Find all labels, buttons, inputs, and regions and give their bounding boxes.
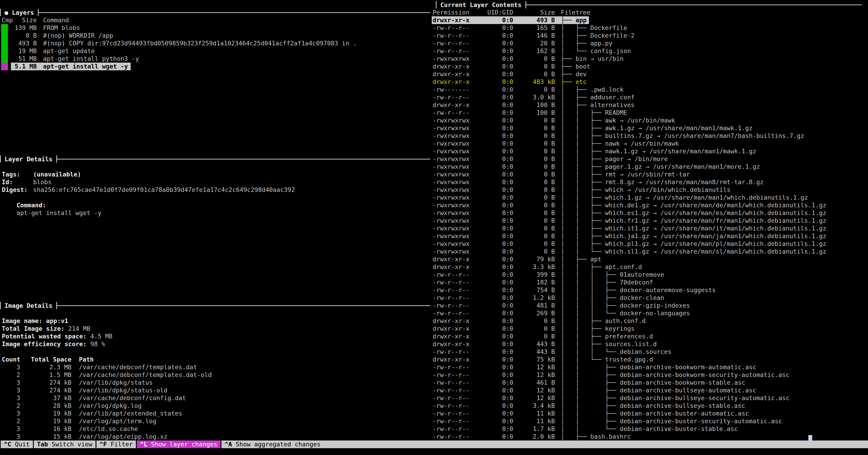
file-size: 3.3 kB — [513, 263, 555, 271]
file-uid-gid: 0:0 — [469, 363, 513, 371]
filetree-row[interactable]: -rwxrwxrwx0:00 B│ │ ├── which.de1.gz → /… — [431, 201, 868, 209]
contents-header-row: Permission UID:GID Size Filetree — [431, 9, 868, 16]
layer-row[interactable]: 493 B#(nop) COPY dir:97cd23d94493fbd0509… — [0, 39, 430, 47]
filetree-row[interactable]: -rwxrwxrwx0:00 B│ │ ├── rmt.8.gz → /usr/… — [431, 178, 868, 186]
filetree-row[interactable]: -rwxrwxrwx0:00 B│ │ ├── which.it1.gz → /… — [431, 225, 868, 232]
filetree-row[interactable]: -rwxrwxrwx0:00 B│ │ ├── which.es1.gz → /… — [431, 209, 868, 217]
wasted-space-row: 337 kB/var/cache/debconf/config.dat — [0, 394, 430, 402]
filetree-row[interactable]: -rwxrwxrwx0:00 B│ │ ├── awk → /usr/bin/m… — [431, 117, 868, 124]
layer-row[interactable]: 19 MBapt-get update — [0, 47, 430, 55]
filetree-row[interactable]: -rw-r--r--0:0269 B│ │ │ └── docker-no-la… — [431, 310, 868, 317]
filetree-row[interactable]: -rw-------0:00 B│ ├── .pwd.lock — [431, 86, 868, 93]
file-size: 0 B — [513, 232, 555, 240]
filetree-row[interactable]: -rwxrwxrwx0:00 B├── bin → usr/bin — [431, 55, 868, 63]
file-size: 1.7 kB — [513, 425, 555, 433]
panel-rule — [526, 4, 862, 5]
file-name: ├── boot — [561, 63, 590, 70]
file-name: │ │ ├── awk → /usr/bin/mawk — [561, 117, 675, 124]
filetree-row[interactable]: -rw-r--r--0:0754 B│ │ │ ├── docker-autor… — [431, 286, 868, 294]
cmp-indicator — [1, 55, 8, 63]
layer-row[interactable]: 0 B#(nop) WORKDIR /app — [0, 32, 430, 39]
filetree-row[interactable]: -rwxrwxrwx0:00 B│ │ ├── nawk.1.gz → /usr… — [431, 148, 868, 155]
file-permission: -rwxrwxrwx — [433, 178, 469, 186]
file-permission: -rwxrwxrwx — [433, 225, 469, 232]
filetree-row[interactable]: -rw-r--r--0:0162 B│ └── config.json — [431, 47, 868, 55]
filetree-row[interactable]: drwxr-xr-x0:00 B├── boot — [431, 63, 868, 70]
file-name: │ │ │ ├── 70debconf — [561, 279, 653, 286]
filetree-row[interactable]: drwxr-xr-x0:03.3 kB│ │ ├── apt.conf.d — [431, 263, 868, 271]
file-permission: drwxr-xr-x — [433, 16, 469, 24]
filetree-row[interactable]: -rwxrwxrwx0:00 B│ │ ├── which → /usr/bin… — [431, 186, 868, 194]
filetree-row[interactable]: drwxr-xr-x0:00 B│ │ ├── keyrings — [431, 325, 868, 332]
file-permission: -rwxrwxrwx — [433, 170, 469, 178]
filetree-row[interactable]: drwxr-xr-x0:0100 B│ ├── alternatives — [431, 101, 868, 109]
filetree-row[interactable]: -rw-r--r--0:0165 B│ ├── Dockerfile — [431, 24, 868, 32]
file-size: 3.0 kB — [513, 93, 555, 101]
file-name: │ │ ├── rmt → /usr/sbin/rmt-tar — [561, 170, 690, 178]
filetree-row[interactable]: -rw-r--r--0:0146 B│ ├── Dockerfile-2 — [431, 32, 868, 39]
filetree-row[interactable]: drwxr-xr-x0:0443 B│ │ ├── sources.list.d — [431, 340, 868, 348]
filetree-row[interactable]: -rw-r--r--0:03.4 kB│ │ ├── debian-archiv… — [431, 402, 868, 410]
filetree-row[interactable]: drwxr-xr-x0:075 kB│ │ └── trusted.gpg.d — [431, 356, 868, 363]
filetree-row[interactable]: drwxr-xr-x0:0483 kB├── etc — [431, 78, 868, 86]
filetree-row[interactable]: drwxr-xr-x0:079 kB│ ├── apt — [431, 255, 868, 263]
file-name: │ │ ├── preferences.d — [561, 332, 653, 340]
filetree-row[interactable]: -rw-r--r--0:0100 B│ │ ├── README — [431, 109, 868, 117]
file-permission: -rwxrwxrwx — [433, 140, 469, 148]
filetree-row[interactable]: drwxr-xr-x0:0493 B├── app — [431, 16, 868, 24]
filetree-row[interactable]: -rw-r--r--0:020 B│ ├── app.py — [431, 39, 868, 47]
statusbar-item[interactable]: ^C Quit — [1, 441, 33, 448]
filetree-row[interactable]: -rw-r--r--0:02.0 kB│ ├── bash.bashrc — [431, 433, 868, 441]
filetree-row[interactable]: -rw-r--r--0:0443 B│ │ │ └── debian.sourc… — [431, 348, 868, 356]
layer-row[interactable]: 51 MBapt-get install python3 -y — [0, 55, 430, 63]
wasted-space-row: 21.5 MB/var/cache/debconf/templates.dat-… — [0, 371, 430, 379]
filetree-row[interactable]: -rw-r--r--0:012 kB│ │ ├── debian-archive… — [431, 394, 868, 402]
filetree-row[interactable]: -rw-r--r--0:0481 B│ │ │ ├── docker-gzip-… — [431, 302, 868, 310]
layer-detail-field: Id:blobs — [0, 178, 430, 186]
layer-row-content: 493 B#(nop) COPY dir:97cd23d94493fbd0509… — [11, 39, 356, 47]
filetree-row[interactable]: -rw-r--r--0:011 kB│ │ ├── debian-archive… — [431, 410, 868, 417]
filetree-row[interactable]: -rw-r--r--0:03.0 kB│ ├── adduser.conf — [431, 93, 868, 101]
filetree-row[interactable]: -rwxrwxrwx0:00 B│ │ ├── builtins.7.gz → … — [431, 132, 868, 140]
statusbar-item[interactable]: ^F Filter — [96, 441, 136, 448]
wasted-count: 2 — [2, 417, 20, 425]
file-size: 0 B — [513, 63, 555, 70]
filetree-row[interactable]: -rwxrwxrwx0:00 B│ │ ├── which.ja1.gz → /… — [431, 232, 868, 240]
layer-row[interactable]: 139 MBFROM blobs — [0, 24, 430, 32]
file-size: 20 B — [513, 39, 555, 47]
filetree-row[interactable]: -rw-r--r--0:012 kB│ │ ├── debian-archive… — [431, 387, 868, 394]
file-name: ├── dev — [561, 70, 587, 78]
cmp-indicator — [1, 39, 8, 47]
col-permission: Permission — [433, 9, 469, 16]
filetree-row[interactable]: -rw-r--r--0:012 kB│ │ ├── debian-archive… — [431, 371, 868, 379]
filetree-row[interactable]: drwxr-xr-x0:00 B│ │ ├── preferences.d — [431, 332, 868, 340]
filetree-row[interactable]: -rw-r--r--0:01.2 kB│ │ │ ├── docker-clea… — [431, 294, 868, 302]
filetree-row[interactable]: -rw-r--r--0:011 kB│ │ ├── debian-archive… — [431, 417, 868, 425]
filetree-row[interactable]: -rwxrwxrwx0:00 B│ │ └── which.sl1.gz → /… — [431, 248, 868, 255]
filetree-row[interactable]: -rwxrwxrwx0:00 B│ │ ├── which.pl1.gz → /… — [431, 240, 868, 248]
filetree-row[interactable]: -rwxrwxrwx0:00 B│ │ ├── which.fr1.gz → /… — [431, 217, 868, 225]
filetree-row[interactable]: -rwxrwxrwx0:00 B│ │ ├── nawk → /usr/bin/… — [431, 140, 868, 148]
filetree-row[interactable]: -rw-r--r--0:012 kB│ │ ├── debian-archive… — [431, 363, 868, 371]
filetree-row[interactable]: drwxr-xr-x0:00 B├── dev — [431, 70, 868, 78]
filetree-row[interactable]: -rwxrwxrwx0:00 B│ │ ├── which.1.gz → /us… — [431, 194, 868, 201]
file-size: 146 B — [513, 32, 555, 39]
file-uid-gid: 0:0 — [469, 410, 513, 417]
wasted-count: 3 — [2, 425, 20, 433]
filetree-row[interactable]: -rwxrwxrwx0:00 B│ │ ├── rmt → /usr/sbin/… — [431, 170, 868, 178]
filetree-row[interactable]: -rwxrwxrwx0:00 B│ │ ├── pager → /bin/mor… — [431, 155, 868, 163]
filetree-row[interactable]: -rwxrwxrwx0:00 B│ │ ├── pager.1.gz → /us… — [431, 163, 868, 170]
filetree-row-content: drwxr-xr-x0:00 B├── boot — [432, 63, 593, 70]
filetree-row[interactable]: drwxr-xr-x0:00 B│ │ ├── auth.conf.d — [431, 317, 868, 325]
filetree-row[interactable]: -rw-r--r--0:01.7 kB│ │ └── debian-archiv… — [431, 425, 868, 433]
filetree-row[interactable]: -rw-r--r--0:0461 B│ │ ├── debian-archive… — [431, 379, 868, 387]
filetree-row[interactable]: -rw-r--r--0:0182 B│ │ │ ├── 70debconf — [431, 279, 868, 286]
layer-row[interactable]: 5.1 MBapt-get install wget -y — [0, 63, 430, 70]
command-label: Command: — [17, 201, 46, 209]
stat-label: Potential wasted space: — [2, 332, 87, 340]
statusbar-item[interactable]: Tab Switch view — [34, 441, 95, 448]
statusbar-item[interactable]: ^A Show aggregated changes — [221, 441, 324, 448]
filetree-row[interactable]: -rw-r--r--0:0399 B│ │ │ ├── 01autoremove — [431, 271, 868, 279]
filetree-row[interactable]: -rwxrwxrwx0:00 B│ │ ├── awk.1.gz → /usr/… — [431, 124, 868, 132]
statusbar-item[interactable]: ^L Show layer changes — [137, 441, 220, 448]
